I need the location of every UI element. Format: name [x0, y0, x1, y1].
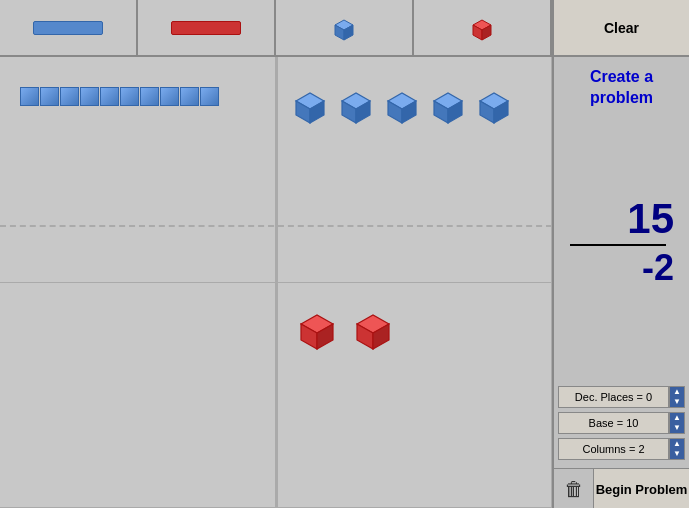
dec-places-up[interactable]: ▲ — [670, 387, 684, 397]
base-label: Base = 10 — [558, 412, 669, 434]
begin-problem-row: 🗑 Begin Problem — [554, 468, 689, 508]
toolbar-blue-rod[interactable] — [0, 0, 138, 55]
toolbar-red-rod[interactable] — [138, 0, 276, 55]
blue-unit-4 — [80, 87, 99, 106]
blue-unit-8 — [160, 87, 179, 106]
blue-unit-10 — [200, 87, 219, 106]
right-panel: Clear Create a problem 15 -2 Dec. Places… — [552, 0, 689, 508]
dec-places-label: Dec. Places = 0 — [558, 386, 669, 408]
toolbar — [0, 0, 552, 57]
base-spinner[interactable]: ▲ ▼ — [669, 412, 685, 434]
quadrant-bottom-left — [0, 283, 276, 509]
blue-unit-1 — [20, 87, 39, 106]
create-problem-label: Create a problem — [554, 57, 689, 119]
blue-cube-5 — [475, 87, 513, 125]
toolbar-blue-cube[interactable] — [276, 0, 414, 55]
blue-rod-icon — [33, 21, 103, 35]
top-number: 15 — [627, 198, 674, 240]
blue-cube-1 — [291, 87, 329, 125]
quadrant-top-left — [0, 57, 276, 283]
number-divider — [570, 244, 666, 246]
red-cube-1 — [296, 308, 338, 350]
quadrant-bottom-right — [276, 283, 552, 509]
trash-button[interactable]: 🗑 — [554, 469, 594, 508]
controls-section: Dec. Places = 0 ▲ ▼ Base = 10 ▲ ▼ Column… — [554, 386, 689, 468]
number-display: 15 -2 — [554, 119, 689, 386]
begin-problem-button[interactable]: Begin Problem — [594, 469, 689, 508]
base-up[interactable]: ▲ — [670, 413, 684, 423]
base-down[interactable]: ▼ — [670, 423, 684, 433]
trash-icon: 🗑 — [564, 478, 584, 501]
blue-unit-6 — [120, 87, 139, 106]
columns-label: Columns = 2 — [558, 438, 669, 460]
quadrant-top-right — [276, 57, 552, 283]
blue-cube-icon — [331, 15, 357, 41]
columns-down[interactable]: ▼ — [670, 449, 684, 459]
toolbar-red-cube[interactable] — [414, 0, 552, 55]
clear-button[interactable]: Clear — [554, 0, 689, 57]
columns-spinner[interactable]: ▲ ▼ — [669, 438, 685, 460]
dec-places-control: Dec. Places = 0 ▲ ▼ — [558, 386, 685, 408]
columns-up[interactable]: ▲ — [670, 439, 684, 449]
blue-unit-7 — [140, 87, 159, 106]
red-cube-2 — [352, 308, 394, 350]
blue-unit-2 — [40, 87, 59, 106]
red-rod-icon — [171, 21, 241, 35]
dec-places-spinner[interactable]: ▲ ▼ — [669, 386, 685, 408]
dec-places-down[interactable]: ▼ — [670, 397, 684, 407]
blue-unit-9 — [180, 87, 199, 106]
blue-unit-3 — [60, 87, 79, 106]
blue-unit-5 — [100, 87, 119, 106]
blue-ten-bar — [20, 87, 219, 106]
base-control: Base = 10 ▲ ▼ — [558, 412, 685, 434]
bottom-number: -2 — [642, 250, 674, 286]
blue-cube-3 — [383, 87, 421, 125]
red-cube-icon — [469, 15, 495, 41]
vertical-divider — [276, 57, 278, 508]
blue-cube-4 — [429, 87, 467, 125]
columns-control: Columns = 2 ▲ ▼ — [558, 438, 685, 460]
blue-cube-2 — [337, 87, 375, 125]
